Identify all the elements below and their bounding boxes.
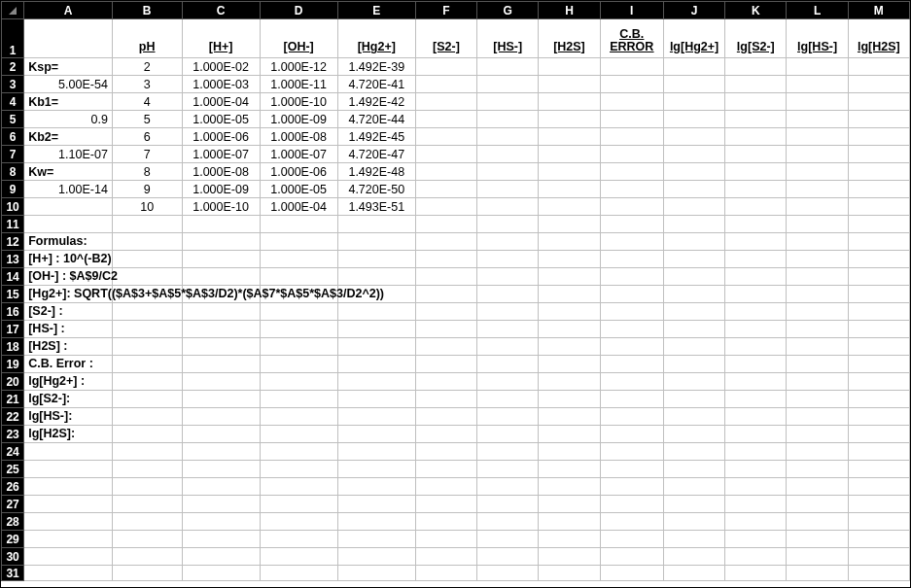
cell-A2[interactable]: Ksp=: [24, 58, 113, 76]
col-B[interactable]: B: [112, 2, 182, 19]
col-D[interactable]: D: [260, 2, 337, 19]
cell-D11[interactable]: [260, 216, 337, 233]
cell-E9[interactable]: 4.720E-50: [337, 181, 415, 198]
cell-D21[interactable]: [260, 391, 337, 408]
cell-F13[interactable]: [415, 251, 476, 268]
cell-B12[interactable]: [112, 233, 182, 251]
cell-M25[interactable]: [848, 461, 909, 478]
cell-H28[interactable]: [539, 513, 600, 531]
cell-E17[interactable]: [337, 321, 415, 338]
cell-K7[interactable]: [725, 146, 787, 163]
cell-G27[interactable]: [477, 496, 539, 513]
row-header-27[interactable]: 27: [2, 496, 24, 513]
cell-B25[interactable]: [112, 461, 182, 478]
cell-E29[interactable]: [337, 531, 415, 548]
cell-B24[interactable]: [112, 443, 182, 461]
cell-D12[interactable]: [260, 233, 337, 251]
cell-C10[interactable]: 1.000E-10: [182, 198, 260, 216]
cell-C19[interactable]: [182, 356, 260, 373]
row-3[interactable]: 35.00E-5431.000E-031.000E-114.720E-41: [2, 76, 910, 93]
row-header-28[interactable]: 28: [2, 513, 24, 531]
cell-H9[interactable]: [539, 181, 600, 198]
cell-G18[interactable]: [477, 338, 539, 356]
cell-E24[interactable]: [337, 443, 415, 461]
row-header-8[interactable]: 8: [2, 163, 24, 181]
cell-M18[interactable]: [848, 338, 909, 356]
cell-C27[interactable]: [182, 496, 260, 513]
cell-F18[interactable]: [415, 338, 476, 356]
cell-J10[interactable]: [663, 198, 724, 216]
cell-E28[interactable]: [337, 513, 415, 531]
cell-K27[interactable]: [725, 496, 787, 513]
cell-F7[interactable]: [415, 146, 476, 163]
cell-J13[interactable]: [663, 251, 724, 268]
cell-D5[interactable]: 1.000E-09: [260, 111, 337, 128]
cell-F14[interactable]: [415, 268, 476, 286]
cell-L6[interactable]: [787, 128, 848, 146]
cell-J11[interactable]: [663, 216, 724, 233]
row-12[interactable]: 12Formulas:: [2, 233, 910, 251]
spreadsheet[interactable]: A B C D E F G H I J K L M 1pH[H+][OH-][H…: [0, 0, 911, 588]
cell-F9[interactable]: [415, 181, 476, 198]
cell-G23[interactable]: [477, 426, 539, 443]
cell-G11[interactable]: [477, 216, 539, 233]
cell-I31[interactable]: [600, 566, 663, 581]
cell-B1[interactable]: pH: [112, 19, 182, 58]
cell-H29[interactable]: [539, 531, 600, 548]
cell-K15[interactable]: [725, 286, 787, 303]
cell-A3[interactable]: 5.00E-54: [24, 76, 113, 93]
column-header-row[interactable]: A B C D E F G H I J K L M: [2, 2, 910, 19]
cell-M14[interactable]: [848, 268, 909, 286]
cell-L31[interactable]: [787, 566, 848, 581]
cell-F20[interactable]: [415, 373, 476, 391]
cell-E3[interactable]: 4.720E-41: [337, 76, 415, 93]
cell-L2[interactable]: [787, 58, 848, 76]
col-E[interactable]: E: [337, 2, 415, 19]
row-10[interactable]: 10101.000E-101.000E-041.493E-51: [2, 198, 910, 216]
cell-D29[interactable]: [260, 531, 337, 548]
cell-J27[interactable]: [663, 496, 724, 513]
row-15[interactable]: 15[Hg2+]: SQRT(($A$3+$A$5*$A$3/D2)*($A$7…: [2, 286, 910, 303]
row-30[interactable]: 30: [2, 548, 910, 566]
cell-I18[interactable]: [600, 338, 663, 356]
cell-D1[interactable]: [OH-]: [260, 19, 337, 58]
col-A[interactable]: A: [24, 2, 113, 19]
cell-E10[interactable]: 1.493E-51: [337, 198, 415, 216]
row-header-1[interactable]: 1: [2, 19, 24, 58]
cell-J5[interactable]: [663, 111, 724, 128]
cell-C3[interactable]: 1.000E-03: [182, 76, 260, 93]
cell-J3[interactable]: [663, 76, 724, 93]
cell-L3[interactable]: [787, 76, 848, 93]
row-header-20[interactable]: 20: [2, 373, 24, 391]
cell-B14[interactable]: [112, 268, 182, 286]
cell-G10[interactable]: [477, 198, 539, 216]
cell-A1[interactable]: [24, 19, 113, 58]
cell-L9[interactable]: [787, 181, 848, 198]
cell-E8[interactable]: 1.492E-48: [337, 163, 415, 181]
cell-C5[interactable]: 1.000E-05: [182, 111, 260, 128]
cell-K31[interactable]: [725, 566, 787, 581]
cell-H22[interactable]: [539, 408, 600, 426]
cell-E19[interactable]: [337, 356, 415, 373]
cell-D22[interactable]: [260, 408, 337, 426]
cell-B10[interactable]: 10: [112, 198, 182, 216]
cell-A22[interactable]: lg[HS-]:: [24, 408, 113, 426]
cell-B27[interactable]: [112, 496, 182, 513]
cell-K16[interactable]: [725, 303, 787, 321]
cell-H31[interactable]: [539, 566, 600, 581]
cell-G21[interactable]: [477, 391, 539, 408]
cell-C9[interactable]: 1.000E-09: [182, 181, 260, 198]
cell-G28[interactable]: [477, 513, 539, 531]
cell-A15[interactable]: [Hg2+]: SQRT(($A$3+$A$5*$A$3/D2)*($A$7*$…: [24, 286, 113, 303]
row-header-19[interactable]: 19: [2, 356, 24, 373]
cell-K21[interactable]: [725, 391, 787, 408]
row-26[interactable]: 26: [2, 478, 910, 496]
cell-C7[interactable]: 1.000E-07: [182, 146, 260, 163]
cell-M7[interactable]: [848, 146, 909, 163]
cell-E26[interactable]: [337, 478, 415, 496]
cell-I9[interactable]: [600, 181, 663, 198]
cell-H30[interactable]: [539, 548, 600, 566]
cell-I3[interactable]: [600, 76, 663, 93]
cell-C29[interactable]: [182, 531, 260, 548]
cell-K8[interactable]: [725, 163, 787, 181]
